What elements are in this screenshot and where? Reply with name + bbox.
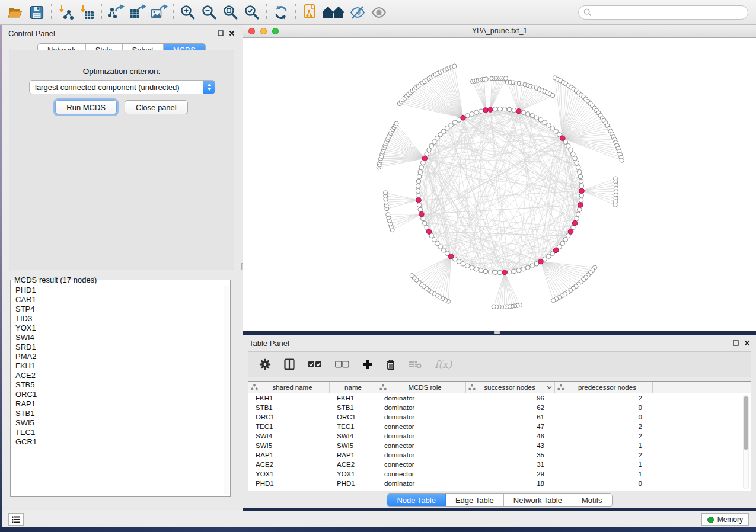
close-panel-button[interactable]: Close panel (125, 100, 188, 114)
table-row[interactable]: RAP1RAP1dominator352 (248, 450, 751, 460)
float-panel-icon[interactable] (733, 340, 739, 346)
table-row[interactable]: STB1STB1dominator620 (248, 403, 751, 412)
mcds-node-item[interactable]: TEC1 (15, 428, 223, 437)
leaf-node[interactable] (551, 299, 556, 303)
mcds-node-item[interactable]: CAR1 (15, 295, 223, 305)
network-node[interactable] (577, 169, 582, 174)
mcds-node[interactable] (560, 136, 565, 141)
network-node[interactable] (579, 184, 584, 188)
mcds-node[interactable] (516, 108, 522, 114)
deselect-all-rows-icon[interactable] (335, 361, 349, 368)
zoom-out-icon[interactable] (199, 2, 220, 23)
network-node[interactable] (521, 267, 526, 271)
network-node[interactable] (507, 270, 512, 274)
network-node[interactable] (457, 259, 461, 264)
network-node[interactable] (571, 152, 576, 156)
network-node[interactable] (543, 120, 547, 125)
column-header-shared-name[interactable]: shared name (248, 382, 330, 393)
mcds-node-item[interactable]: TID3 (15, 314, 223, 323)
network-node[interactable] (577, 207, 582, 212)
mcds-node[interactable] (422, 156, 428, 161)
leaf-node[interactable] (452, 64, 457, 68)
column-header-name[interactable]: name (330, 382, 377, 393)
mcds-node-item[interactable]: GCR1 (15, 437, 223, 447)
import-network-icon[interactable] (55, 2, 76, 23)
close-panel-icon[interactable] (229, 30, 235, 36)
zoom-fit-icon[interactable] (220, 2, 241, 23)
network-node[interactable] (578, 174, 583, 179)
mcds-node-item[interactable]: PMA2 (15, 352, 223, 361)
leaf-node[interactable] (386, 213, 390, 217)
network-node[interactable] (418, 207, 423, 212)
tab-motifs[interactable]: Motifs (572, 494, 612, 506)
mcds-node[interactable] (419, 211, 424, 217)
network-node[interactable] (479, 109, 483, 114)
network-node[interactable] (419, 165, 424, 170)
export-image-icon[interactable] (148, 2, 170, 23)
network-node[interactable] (563, 238, 568, 242)
function-builder-icon[interactable]: f(x) (435, 358, 452, 370)
network-node[interactable] (421, 161, 426, 165)
table-scrollbar[interactable] (743, 395, 749, 489)
column-header-MCDS-role[interactable]: MCDS role (377, 382, 466, 393)
network-node[interactable] (452, 120, 457, 125)
network-node[interactable] (512, 108, 516, 113)
network-node[interactable] (530, 264, 535, 268)
home-pages-icon[interactable] (321, 2, 347, 23)
mcds-node-item[interactable]: STB1 (15, 409, 223, 418)
network-node[interactable] (493, 107, 497, 111)
table-row[interactable]: SWI5SWI5connector431 (248, 441, 751, 450)
mcds-node-item[interactable]: ACE2 (15, 371, 223, 380)
network-node[interactable] (512, 269, 516, 274)
network-node[interactable] (432, 140, 437, 145)
open-file-icon[interactable] (5, 2, 26, 23)
network-node[interactable] (521, 110, 526, 115)
table-scrollbar-thumb[interactable] (744, 396, 748, 450)
table-row[interactable]: FKH1FKH1dominator962 (248, 393, 751, 403)
minimize-window-icon[interactable] (260, 28, 267, 34)
network-node[interactable] (435, 241, 439, 246)
mcds-node[interactable] (416, 198, 422, 203)
network-node[interactable] (575, 216, 579, 221)
mcds-node[interactable] (572, 220, 578, 226)
mcds-node-item[interactable]: FKH1 (15, 361, 223, 371)
network-node[interactable] (525, 265, 530, 270)
close-panel-icon[interactable] (744, 340, 750, 346)
show-view-icon[interactable] (368, 2, 390, 23)
network-node[interactable] (416, 184, 420, 188)
network-node[interactable] (470, 112, 474, 117)
mcds-node[interactable] (568, 229, 573, 235)
memory-button[interactable]: Memory (701, 513, 749, 526)
table-row[interactable]: YOX1YOX1connector291 (248, 469, 751, 479)
network-node[interactable] (432, 238, 437, 242)
network-titlebar[interactable]: YPA_prune.txt_1 (243, 25, 756, 38)
criterion-dropdown[interactable]: largest connected component (undirected) (29, 80, 215, 94)
mcds-node[interactable] (578, 203, 583, 208)
task-history-button[interactable] (8, 513, 24, 526)
network-node[interactable] (470, 265, 474, 270)
mcds-node-item[interactable]: RAP1 (15, 399, 223, 409)
network-node[interactable] (576, 212, 580, 217)
network-node[interactable] (569, 148, 573, 152)
table-row[interactable]: ORC1ORC1dominator610 (248, 412, 751, 422)
column-header-predecessor-nodes[interactable]: predecessor nodes (555, 382, 653, 393)
network-node[interactable] (449, 123, 454, 128)
mcds-node[interactable] (538, 259, 544, 264)
horizontal-splitter-grip[interactable] (494, 331, 500, 334)
leaf-node[interactable] (492, 305, 496, 309)
zoom-in-icon[interactable] (177, 2, 199, 23)
mcds-node-item[interactable]: STB5 (15, 380, 223, 390)
mcds-node-item[interactable]: SRD1 (15, 342, 223, 352)
network-node[interactable] (417, 203, 422, 207)
mcds-node[interactable] (553, 248, 559, 253)
network-node[interactable] (525, 112, 530, 117)
column-header-successor-nodes[interactable]: successor nodes (466, 382, 555, 393)
select-all-rows-icon[interactable] (308, 361, 322, 368)
column-layout-icon[interactable] (284, 358, 295, 370)
network-node[interactable] (427, 148, 432, 152)
mcds-node-item[interactable]: PHD1 (15, 286, 223, 295)
network-node[interactable] (579, 193, 584, 198)
network-node[interactable] (534, 116, 539, 120)
mcds-node-item[interactable]: SWI5 (15, 418, 223, 428)
network-node[interactable] (530, 113, 535, 118)
